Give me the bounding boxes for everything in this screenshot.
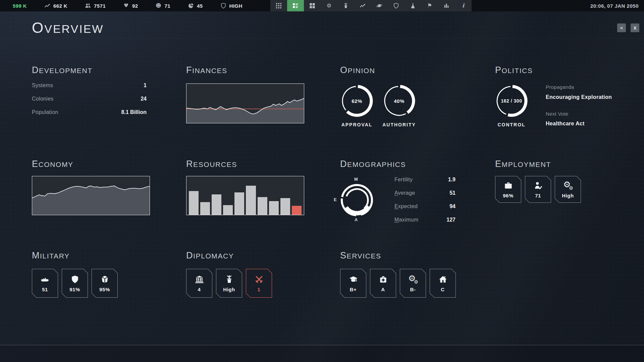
- page-title: Overview: [32, 19, 104, 36]
- game-clock: 20:06, 07 JAN 2050: [590, 0, 639, 11]
- crate-icon: [100, 275, 109, 284]
- nav-factions-button[interactable]: ⚑: [421, 0, 438, 11]
- propaganda-value: Encouraging Exploration: [546, 94, 612, 100]
- nav-apps-button[interactable]: [270, 0, 287, 11]
- development-row: Population8.1 Billion: [32, 106, 147, 119]
- employment-tile-label: 71: [535, 193, 541, 198]
- services-tile-graduation-cap[interactable]: B+: [340, 269, 366, 298]
- nav-military-button[interactable]: [388, 0, 405, 11]
- stat-income: 662 K: [44, 3, 67, 9]
- military-tile-label: 91%: [69, 287, 80, 292]
- military-tile-battleship[interactable]: 51: [32, 269, 58, 298]
- diplomacy-tile-bank[interactable]: 4: [186, 269, 212, 298]
- stat-security: HIGH: [220, 3, 243, 9]
- stat-security-value: HIGH: [229, 3, 243, 9]
- employment-tile-person-check[interactable]: 71: [525, 176, 551, 203]
- trend-up-icon: [44, 3, 50, 9]
- demographics-axis-e: E: [334, 197, 337, 202]
- gear-icon: ⚙: [326, 3, 332, 9]
- resource-bar: [234, 192, 244, 215]
- resource-bar: [292, 206, 302, 215]
- back-button[interactable]: <: [617, 23, 626, 32]
- next-vote-label: Next Vote: [546, 111, 569, 117]
- stat-happiness: ☻71: [156, 3, 171, 9]
- section-title-politics: Politics: [495, 65, 533, 75]
- development-value: 24: [141, 96, 147, 102]
- diplomacy-tile-podium[interactable]: High: [216, 269, 242, 298]
- resource-bar: [223, 205, 233, 215]
- section-title-development: Development: [32, 65, 93, 75]
- planet-icon: [376, 3, 382, 9]
- home-icon: [438, 275, 447, 284]
- section-title-diplomacy: Diplomacy: [186, 250, 234, 261]
- resource-bar: [269, 201, 279, 215]
- diplomacy-tile-label: 1: [258, 287, 261, 292]
- list-detail-icon: [292, 3, 299, 9]
- economy-chart: [32, 176, 150, 215]
- stat-income-value: 662 K: [53, 3, 67, 9]
- demographics-row: Expected94: [394, 200, 455, 213]
- topbar-nav: ⚙⚑i: [270, 0, 472, 11]
- nav-research-button[interactable]: [405, 0, 421, 11]
- demographics-label: Maximum: [394, 217, 418, 223]
- battleship-icon: [41, 275, 50, 284]
- employment-tile-briefcase[interactable]: 96%: [495, 176, 521, 203]
- resource-bar: [280, 198, 290, 215]
- resource-bar: [212, 194, 221, 215]
- section-title-economy: Economy: [32, 159, 73, 169]
- military-tile-label: 95%: [99, 287, 110, 292]
- development-list: Systems1Colonies24Population8.1 Billion: [32, 79, 147, 119]
- development-value: 8.1 Billion: [121, 109, 147, 115]
- military-tile-shield-solid[interactable]: 91%: [62, 269, 88, 298]
- demographics-value: 127: [446, 217, 455, 223]
- close-button[interactable]: X: [631, 23, 639, 32]
- demographics-row: Maximum127: [394, 213, 455, 227]
- services-tile-gears[interactable]: ⚙⚙B-: [400, 269, 426, 298]
- section-title-finances: Finances: [186, 65, 227, 75]
- demographics-label: Expected: [394, 203, 418, 209]
- nav-settings-button[interactable]: ⚙: [321, 0, 337, 11]
- podium-icon: [225, 275, 234, 284]
- finances-chart: [186, 83, 304, 123]
- nav-info-button[interactable]: i: [455, 0, 472, 11]
- diplomacy-tile-label: High: [223, 287, 235, 292]
- gears-icon: ⚙⚙: [564, 181, 573, 190]
- gears-icon: ⚙⚙: [409, 275, 418, 284]
- military-tile-crate[interactable]: 95%: [92, 269, 118, 298]
- economy-area-chart: [32, 176, 150, 215]
- diplomacy-tiles: 4High1: [186, 269, 272, 298]
- nav-windows-button[interactable]: [304, 0, 321, 11]
- services-tile-label: C: [441, 287, 444, 292]
- diplomacy-tile-swords[interactable]: 1: [246, 269, 272, 298]
- development-label: Population: [32, 109, 58, 115]
- footer-band: [0, 345, 644, 362]
- services-tile-medkit[interactable]: A: [370, 269, 396, 298]
- demographics-axis-m: M: [354, 177, 358, 182]
- overview-panel: Overview < X Development Systems1Colonie…: [0, 11, 644, 362]
- demographics-axis-a: A: [355, 217, 358, 222]
- services-tile-home[interactable]: C: [430, 269, 456, 298]
- game-screen: 599 K662 K7571♥92☻7145HIGH ⚙⚑i 20:06, 07…: [0, 0, 644, 362]
- resources-bars: [189, 176, 302, 215]
- development-label: Colonies: [32, 96, 54, 102]
- resource-bar: [200, 202, 210, 215]
- nav-economy-button[interactable]: [354, 0, 371, 11]
- resource-bar: [258, 197, 267, 215]
- resource-bar: [246, 186, 256, 215]
- stat-share-value: 45: [197, 3, 203, 9]
- nav-statistics-button[interactable]: [438, 0, 455, 11]
- military-tiles: 5191%95%: [32, 269, 118, 298]
- nav-planets-button[interactable]: [371, 0, 388, 11]
- employment-tile-gears[interactable]: ⚙⚙High: [555, 176, 581, 203]
- nav-government-button[interactable]: [337, 0, 354, 11]
- smiley-icon: ☻: [156, 3, 162, 9]
- section-title-opinion: Opinion: [340, 65, 375, 75]
- header-divider: [0, 38, 644, 38]
- stat-population: 7571: [85, 3, 106, 9]
- section-title-services: Services: [340, 250, 381, 261]
- nav-overview-button[interactable]: [287, 0, 304, 11]
- diplomacy-tile-label: 4: [198, 287, 201, 292]
- services-tiles: B+A⚙⚙B-C: [340, 269, 456, 298]
- development-label: Systems: [32, 82, 53, 88]
- swords-icon: [255, 275, 264, 284]
